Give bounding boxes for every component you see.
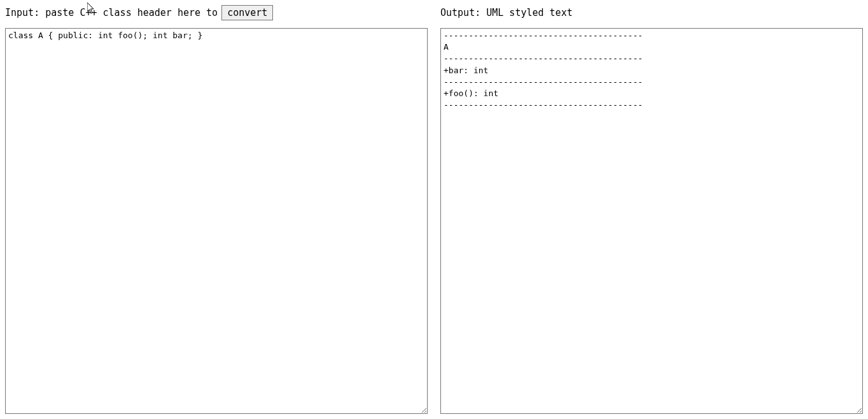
input-textarea[interactable] — [5, 28, 428, 414]
output-header: Output: UML styled text — [440, 5, 863, 20]
output-pane: Output: UML styled text — [440, 5, 863, 414]
output-textarea[interactable] — [440, 28, 863, 414]
input-pane: Input: paste C++ class header here to co… — [5, 5, 428, 414]
input-header: Input: paste C++ class header here to co… — [5, 5, 428, 20]
convert-button[interactable]: convert — [221, 5, 273, 20]
output-label: Output: UML styled text — [440, 7, 573, 18]
input-label: Input: paste C++ class header here to — [5, 7, 218, 18]
